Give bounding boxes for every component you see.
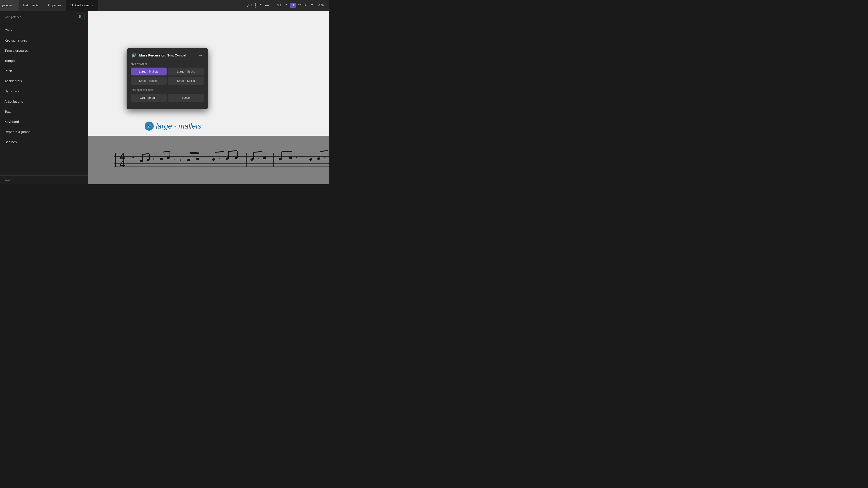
trill-icon[interactable]: 𝄞 [253,2,258,8]
svg-line-50 [282,151,291,152]
svg-text:𝄾: 𝄾 [132,157,134,160]
large-mallets-label: 🔊 large - mallets [145,122,202,131]
sidebar-item-text[interactable]: Text [0,106,88,117]
sidebar-item-time-signatures[interactable]: Time signatures [0,45,88,56]
properties-tab[interactable]: Properties [43,0,66,11]
top-tabs: Instruments Properties [19,0,66,11]
tenuto-icon[interactable]: — [264,2,270,8]
popup-title: Muse Percussion: Sus. Cymbal [139,54,197,57]
svg-line-13 [143,154,149,154]
svg-line-19 [163,151,169,152]
technique-buttons-grid: Ord. (default)secco [131,94,204,102]
j2-button[interactable]: J2 [297,3,303,8]
score-tab[interactable]: *Untitled score ✕ [66,0,98,11]
main-content: 🔊 Muse Percussion: Sus. Cymbal ··· Modif… [88,11,329,184]
popup-sound-icon: 🔊 [131,52,137,59]
search-button[interactable]: 🔍 [76,13,85,20]
sidebar-item-tempo[interactable]: Tempo [0,56,88,66]
popup-header: 🔊 Muse Percussion: Sus. Cymbal ··· [131,52,204,59]
svg-text:𝄾: 𝄾 [219,158,221,160]
settings-icon[interactable]: ⚙ [309,2,315,8]
sidebar-item-dynamics[interactable]: Dynamics [0,86,88,96]
score-tab-title: *Untitled score [70,4,89,7]
sidebar-item-accidentals[interactable]: Accidentals [0,76,88,86]
sidebar-item-pitch[interactable]: Pitch [0,66,88,76]
svg-line-26 [190,152,199,153]
sidebar-header: Add palettes 🔍 [0,11,88,23]
score-area [88,11,329,136]
search-icon: 🔍 [79,15,82,19]
sound-popup: 🔊 Muse Percussion: Sus. Cymbal ··· Modif… [127,48,208,109]
staccato-icon[interactable]: · [271,2,275,8]
large-mallets-text: large - mallets [156,122,202,130]
sound-buttons-grid: Large - MalletsLarge - SticksSmall - Mal… [131,68,204,85]
sidebar-item-articulations[interactable]: Articulations [0,96,88,106]
tab-bar: *Untitled score ✕ [66,0,243,11]
svg-line-59 [320,151,328,151]
palettes-more-icon: ··· [14,4,17,7]
palettes-button[interactable]: palettes ··· [0,0,19,11]
modify-sound-label: Modify sound [131,62,204,65]
note-icon[interactable]: 𝅘𝅥𝅮 [246,2,248,8]
popup-more-button[interactable]: ··· [197,53,204,58]
svg-text:𝄾: 𝄾 [296,157,297,159]
add-palettes-button[interactable]: Add palettes [3,14,74,20]
sidebar-footer[interactable]: layout [0,175,88,184]
svg-line-43 [253,152,262,152]
toolbar-icons: 𝅘𝅥𝅮 𝄽 𝄞 ^ — · 3/8 ↺ J1 J2 + ⚙ 0:00 [243,2,329,8]
loop-icon[interactable]: ↺ [283,2,289,8]
sound-button-small-mallets[interactable]: Small - Mallets [131,77,166,85]
time-display: 0:00 [316,4,327,7]
top-bar: palettes ··· Instruments Properties *Unt… [0,0,329,11]
svg-line-33 [215,152,224,152]
palettes-label: palettes [2,4,13,7]
j1-button[interactable]: J1 [290,3,296,8]
sidebar: Add palettes 🔍 ClefsKey signaturesTime s… [0,11,88,184]
sidebar-items: ClefsKey signaturesTime signaturesTempoP… [0,23,88,175]
accent-icon[interactable]: ^ [258,2,263,8]
popup-title-instrument: Sus. Cymbal [167,54,186,57]
sidebar-item-clefs[interactable]: Clefs [0,25,88,35]
triplet-icon[interactable]: 3/8 [276,3,282,8]
svg-text:𝄾: 𝄾 [324,157,326,159]
music-notation-svg: 4 4 𝄾 𝄾 𝄾 𝄾 [102,140,329,176]
svg-text:4: 4 [120,158,125,169]
svg-line-37 [228,151,237,151]
add-icon[interactable]: + [303,2,308,8]
sound-button-large-sticks[interactable]: Large - Sticks [168,68,204,75]
sound-badge-icon: 🔊 [147,124,152,129]
technique-button-secco[interactable]: secco [168,94,204,102]
top-bar-left: palettes ··· Instruments Properties [0,0,66,11]
tab-close-button[interactable]: ✕ [90,3,94,7]
svg-text:𝄾: 𝄾 [258,158,259,160]
sound-button-large-mallets[interactable]: Large - Mallets [131,68,166,75]
instruments-tab[interactable]: Instruments [19,0,43,11]
sidebar-item-barlines[interactable]: Barlines [0,137,88,147]
rest-icon[interactable]: 𝄽 [249,2,252,8]
popup-title-prefix: Muse Percussion: [139,54,167,57]
sidebar-item-key-signatures[interactable]: Key signatures [0,35,88,45]
playing-techniques-label: Playing techniques [131,88,204,92]
sidebar-item-keyboard[interactable]: Keyboard [0,117,88,127]
large-mallets-sound-badge: 🔊 [145,122,154,131]
technique-button-ord-default[interactable]: Ord. (default) [131,94,166,102]
sound-button-small-sticks[interactable]: Small - Sticks [168,77,204,85]
sidebar-item-repeats-jumps[interactable]: Repeats & jumps [0,127,88,137]
